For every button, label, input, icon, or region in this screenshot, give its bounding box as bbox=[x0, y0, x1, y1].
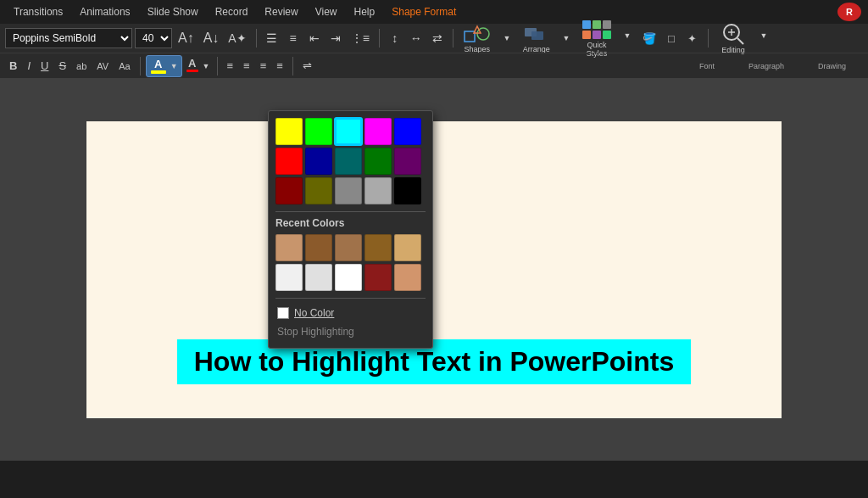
menu-help[interactable]: Help bbox=[348, 4, 382, 20]
recent-swatch-6[interactable] bbox=[275, 264, 303, 291]
divider-2 bbox=[275, 298, 426, 299]
font-grow-button[interactable]: A↑ bbox=[175, 28, 198, 48]
shapes-dropdown[interactable]: ▼ bbox=[498, 31, 516, 51]
color-swatch-black[interactable] bbox=[394, 177, 421, 204]
editing-button[interactable]: Editing bbox=[715, 20, 752, 57]
color-swatch-lightgray[interactable] bbox=[364, 177, 392, 204]
menu-transitions[interactable]: Transitions bbox=[7, 4, 70, 20]
char-spacing-button[interactable]: AV bbox=[92, 56, 113, 76]
recent-color-grid bbox=[275, 234, 426, 291]
slide-text-box[interactable]: How to Highlight Text in PowerPoints bbox=[177, 339, 692, 384]
font-color-dropdown[interactable]: ▼ bbox=[201, 56, 212, 76]
color-swatch-darkred[interactable] bbox=[275, 177, 303, 204]
color-swatch-teal[interactable] bbox=[335, 148, 362, 175]
recent-swatch-8[interactable] bbox=[335, 264, 362, 291]
separator-3 bbox=[453, 29, 453, 48]
font-name-select[interactable]: Poppins SemiBold bbox=[5, 28, 132, 48]
color-picker-popup: Recent Colors No Color Stop Highlighting bbox=[268, 110, 433, 349]
font-color-button[interactable]: A bbox=[184, 56, 201, 76]
shape-fill-button[interactable]: 🪣 bbox=[639, 28, 659, 48]
convert-button[interactable]: ⇄ bbox=[428, 28, 447, 48]
bullet-list-button[interactable]: ☰ bbox=[263, 28, 281, 48]
highlight-color-button[interactable]: A bbox=[148, 58, 169, 74]
recent-swatch-1[interactable] bbox=[275, 234, 303, 261]
separator-1 bbox=[256, 29, 257, 48]
slide-heading: How to Highlight Text in PowerPoints bbox=[194, 346, 675, 377]
paragraph-group-label: Paragraph bbox=[748, 62, 818, 70]
justify-button[interactable]: ≡ bbox=[272, 56, 287, 76]
recent-swatch-10[interactable] bbox=[394, 264, 421, 291]
editing-dropdown[interactable]: ▼ bbox=[754, 31, 773, 51]
color-swatch-olive[interactable] bbox=[305, 177, 332, 204]
text-direction-button[interactable]: ⇌ bbox=[298, 56, 316, 76]
menu-record[interactable]: Record bbox=[209, 4, 255, 20]
color-swatch-darkblue[interactable] bbox=[305, 148, 332, 175]
ribbon-row2: B I U S ab AV Aa A ▼ A ▼ ≡ ≡ ≡ ≡ bbox=[0, 53, 868, 78]
recent-swatch-7[interactable] bbox=[305, 264, 332, 291]
italic-button[interactable]: I bbox=[23, 56, 35, 76]
stop-highlighting-button[interactable]: Stop Highlighting bbox=[275, 322, 426, 341]
color-swatch-gray[interactable] bbox=[335, 177, 362, 204]
strikethrough-button[interactable]: S bbox=[54, 56, 70, 76]
quick-styles-dropdown[interactable]: ▼ bbox=[618, 31, 637, 51]
color-swatch-purple[interactable] bbox=[394, 148, 421, 175]
menu-review[interactable]: Review bbox=[258, 4, 304, 20]
bold-button[interactable]: B bbox=[5, 56, 21, 76]
highlight-dropdown-button[interactable]: ▼ bbox=[169, 62, 180, 70]
align-center-button[interactable]: ≡ bbox=[239, 56, 254, 76]
spacing-button[interactable]: ↔ bbox=[407, 28, 426, 48]
recent-swatch-9[interactable] bbox=[364, 264, 392, 291]
highlight-color-bar bbox=[151, 70, 166, 74]
color-swatch-cyan[interactable] bbox=[335, 118, 362, 145]
recent-swatch-2[interactable] bbox=[305, 234, 332, 261]
menu-animations[interactable]: Animations bbox=[73, 4, 136, 20]
recent-swatch-4[interactable] bbox=[364, 234, 392, 261]
columns-button[interactable]: ⋮≡ bbox=[348, 28, 373, 48]
font-size-select[interactable]: 40 bbox=[135, 28, 172, 48]
slide-area: How to Highlight Text in PowerPoints bbox=[0, 78, 868, 461]
underline-button[interactable]: U bbox=[36, 56, 53, 76]
color-swatch-magenta[interactable] bbox=[364, 118, 392, 145]
font-group-label: Font bbox=[699, 62, 748, 70]
shapes-button[interactable]: Shapes bbox=[459, 20, 495, 57]
color-swatch-green[interactable] bbox=[305, 118, 332, 145]
menu-shape-format[interactable]: Shape Format bbox=[385, 4, 463, 20]
separator-mid-2 bbox=[217, 57, 218, 76]
color-swatch-darkgreen[interactable] bbox=[364, 148, 392, 175]
svg-rect-4 bbox=[531, 31, 543, 40]
decrease-indent-button[interactable]: ⇤ bbox=[305, 28, 324, 48]
svg-line-6 bbox=[737, 38, 743, 44]
align-right-button[interactable]: ≡ bbox=[256, 56, 271, 76]
font-format-button[interactable]: A✦ bbox=[225, 28, 249, 48]
increase-indent-button[interactable]: ⇥ bbox=[326, 28, 345, 48]
color-swatch-red[interactable] bbox=[275, 148, 303, 175]
change-case-button[interactable]: Aa bbox=[114, 56, 134, 76]
drawing-group-label: Drawing bbox=[818, 62, 863, 70]
arrange-dropdown[interactable]: ▼ bbox=[557, 31, 576, 51]
color-swatch-blue[interactable] bbox=[394, 118, 421, 145]
font-shrink-button[interactable]: A↓ bbox=[200, 28, 223, 48]
record-indicator: R bbox=[837, 3, 861, 21]
shadow-button[interactable]: ab bbox=[72, 56, 91, 76]
separator-4 bbox=[708, 29, 709, 48]
highlight-color-container: A ▼ bbox=[146, 55, 182, 77]
recent-swatch-3[interactable] bbox=[335, 234, 362, 261]
no-color-label: No Color bbox=[294, 307, 334, 319]
arrange-button[interactable]: Arrange bbox=[519, 20, 554, 57]
svg-rect-0 bbox=[465, 31, 475, 42]
shape-outline-button[interactable]: □ bbox=[662, 28, 681, 48]
ribbon: Poppins SemiBold 40 A↑ A↓ A✦ ☰ ≡ ⇤ ⇥ ⋮≡ … bbox=[0, 24, 868, 78]
menu-slideshow[interactable]: Slide Show bbox=[141, 4, 205, 20]
shape-effects-button[interactable]: ✦ bbox=[683, 28, 702, 48]
no-color-row[interactable]: No Color bbox=[275, 304, 426, 322]
separator-2 bbox=[379, 29, 380, 48]
separator-mid-3 bbox=[292, 57, 293, 76]
no-color-checkbox[interactable] bbox=[277, 307, 289, 319]
recent-swatch-5[interactable] bbox=[394, 234, 421, 261]
color-swatch-yellow[interactable] bbox=[275, 118, 303, 145]
align-left-button[interactable]: ≡ bbox=[223, 56, 238, 76]
line-spacing-button[interactable]: ↕ bbox=[386, 28, 404, 48]
menu-view[interactable]: View bbox=[309, 4, 344, 20]
separator-mid-1 bbox=[140, 57, 141, 76]
numbered-list-button[interactable]: ≡ bbox=[284, 28, 303, 48]
